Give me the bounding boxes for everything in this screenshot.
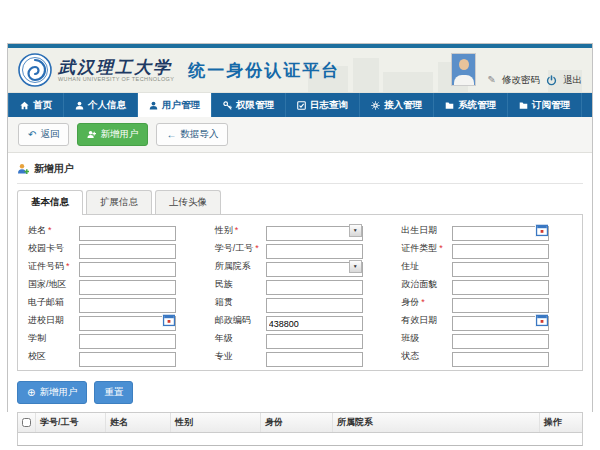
avatar-body xyxy=(454,75,474,86)
university-logo xyxy=(18,53,52,87)
field-label-name: 姓名* xyxy=(22,224,79,237)
form-field-student-employee-id: 学号/工号* xyxy=(209,240,392,256)
required-asterisk: * xyxy=(66,261,70,271)
nav-item-label: 订阅管理 xyxy=(532,99,570,112)
person-icon xyxy=(75,101,84,110)
field-label-campus: 校区 xyxy=(22,350,79,363)
form-field-id-type: 证件类型* xyxy=(395,240,578,256)
political-status-input[interactable] xyxy=(452,280,549,295)
table-header-3: 性别 xyxy=(171,413,261,432)
form-field-valid-date: 有效日期 xyxy=(395,312,578,328)
add-user-button[interactable]: 新增用户 xyxy=(77,123,148,146)
field-label-student-employee-id: 学号/工号* xyxy=(209,242,266,255)
log-icon xyxy=(297,101,306,110)
skyline-decoration xyxy=(353,58,379,92)
field-label-ethnicity: 民族 xyxy=(209,278,266,291)
field-label-department: 所属院系 xyxy=(209,260,266,273)
student-employee-id-input[interactable] xyxy=(266,244,363,259)
reset-button[interactable]: 重置 xyxy=(94,381,133,404)
select-all-cell xyxy=(18,413,36,432)
toolbar: ↶ 返回 新增用户 ← 数据导入 xyxy=(8,117,592,153)
campus-input[interactable] xyxy=(79,352,176,367)
plus-circle-icon: ⊕ xyxy=(27,388,35,397)
id-type-input[interactable] xyxy=(452,244,549,259)
nav-item-home[interactable]: 首页 xyxy=(8,93,64,117)
major-input[interactable] xyxy=(266,352,363,367)
nav-item-label: 用户管理 xyxy=(162,99,200,112)
table-header-5: 所属院系 xyxy=(333,413,540,432)
nav-item-log-query[interactable]: 日志查询 xyxy=(286,93,360,117)
reset-button-label: 重置 xyxy=(104,386,123,399)
add-user-icon xyxy=(87,130,96,139)
email-input[interactable] xyxy=(79,298,176,313)
user-icon xyxy=(149,101,158,110)
form-field-native-place: 籍贯 xyxy=(209,294,392,310)
ethnicity-input[interactable] xyxy=(266,280,363,295)
table-header-4: 身份 xyxy=(261,413,333,432)
data-import-button[interactable]: ← 数据导入 xyxy=(156,123,228,146)
field-label-grade: 年级 xyxy=(209,332,266,345)
nav-item-label: 权限管理 xyxy=(236,99,274,112)
calendar-icon[interactable] xyxy=(535,314,548,327)
class-input[interactable] xyxy=(452,334,549,349)
import-arrow-icon: ← xyxy=(166,130,176,139)
nav-item-label: 系统管理 xyxy=(458,99,496,112)
dropdown-arrow-icon[interactable]: ▼ xyxy=(349,224,362,237)
add-user-section-icon xyxy=(17,163,29,175)
calendar-icon[interactable] xyxy=(162,314,175,327)
field-label-id-type: 证件类型* xyxy=(395,242,452,255)
table-header-6: 操作 xyxy=(540,413,582,432)
nav-item-label: 首页 xyxy=(33,99,52,112)
address-input[interactable] xyxy=(452,262,549,277)
nav-item-permission-management[interactable]: 权限管理 xyxy=(212,93,286,117)
power-icon xyxy=(546,75,557,86)
avatar-head xyxy=(459,59,469,70)
required-asterisk: * xyxy=(255,243,259,253)
nav-item-label: 接入管理 xyxy=(384,99,422,112)
platform-title: 统一身份认证平台 xyxy=(188,59,340,82)
table-header-2: 姓名 xyxy=(106,413,171,432)
section-header: 新增用户 xyxy=(17,153,583,176)
required-asterisk: * xyxy=(439,243,443,253)
grade-input[interactable] xyxy=(266,334,363,349)
field-label-country-region: 国家/地区 xyxy=(22,278,79,291)
campus-card-no-input[interactable] xyxy=(79,244,176,259)
form-field-schooling-length: 学制 xyxy=(22,330,205,346)
schooling-length-input[interactable] xyxy=(79,334,176,349)
logout-link[interactable]: 退出 xyxy=(563,74,582,86)
postal-code-input[interactable] xyxy=(266,316,363,331)
data-import-button-label: 数据导入 xyxy=(180,128,218,141)
field-label-birth-date: 出生日期 xyxy=(395,224,452,237)
nav-item-system-management[interactable]: 系统管理 xyxy=(434,93,508,117)
nav-item-personal-info[interactable]: 个人信息 xyxy=(64,93,138,117)
country-region-input[interactable] xyxy=(79,280,176,295)
dropdown-arrow-icon[interactable]: ▼ xyxy=(349,260,362,273)
form-field-campus-card-no: 校园卡号 xyxy=(22,240,205,256)
submit-add-user-button[interactable]: ⊕ 新增用户 xyxy=(17,381,87,404)
back-button[interactable]: ↶ 返回 xyxy=(18,123,69,146)
native-place-input[interactable] xyxy=(266,298,363,313)
select-all-checkbox[interactable] xyxy=(22,418,31,427)
tab-upload-avatar[interactable]: 上传头像 xyxy=(155,190,221,214)
field-label-status: 状态 xyxy=(395,350,452,363)
nav-item-access-management[interactable]: 接入管理 xyxy=(360,93,434,117)
identity-input[interactable] xyxy=(452,298,549,313)
tab-basic-info[interactable]: 基本信息 xyxy=(17,190,83,215)
change-password-link[interactable]: 修改密码 xyxy=(502,74,540,86)
field-label-identity: 身份* xyxy=(395,296,452,309)
field-label-email: 电子邮箱 xyxy=(22,296,79,309)
form-field-country-region: 国家/地区 xyxy=(22,276,205,292)
calendar-icon[interactable] xyxy=(535,224,548,237)
nav-item-subscription-management[interactable]: 订阅管理 xyxy=(508,93,582,117)
user-avatar xyxy=(451,53,476,86)
user-area: ✎ 修改密码 退出 xyxy=(451,53,582,88)
submit-button-label: 新增用户 xyxy=(39,386,77,399)
tab-extended-info[interactable]: 扩展信息 xyxy=(86,190,152,214)
form-tabs: 基本信息扩展信息上传头像 xyxy=(17,190,583,214)
form-field-name: 姓名* xyxy=(22,222,205,238)
name-input[interactable] xyxy=(79,226,176,241)
nav-item-label: 日志查询 xyxy=(310,99,348,112)
nav-item-user-management[interactable]: 用户管理 xyxy=(138,93,212,117)
id-number-input[interactable] xyxy=(79,262,176,277)
status-input[interactable] xyxy=(452,352,549,367)
